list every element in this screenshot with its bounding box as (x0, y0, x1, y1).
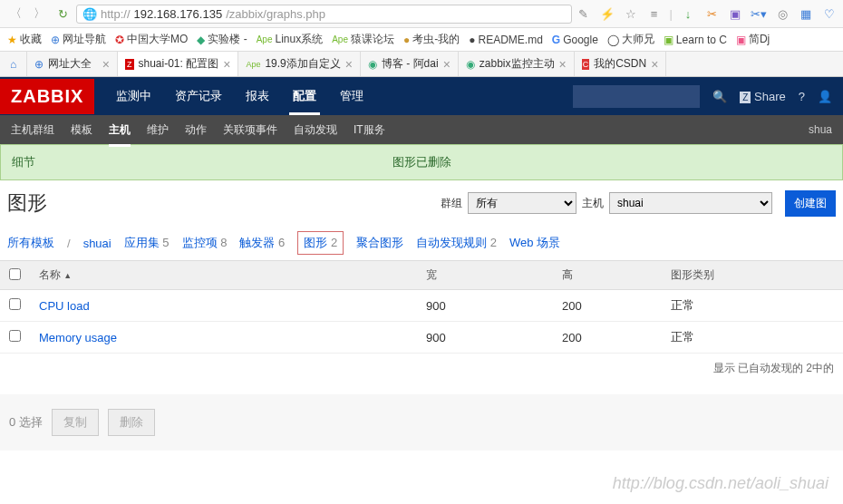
graph-link[interactable]: Memory usage (39, 331, 117, 344)
object-tabs: 所有模板 / shuai 应用集 5 监控项 8 触发器 6 图形 2 聚合图形… (0, 226, 843, 260)
tab-home[interactable]: ⌂ (0, 52, 27, 76)
back-button[interactable]: 〈 (5, 4, 25, 24)
col-name[interactable]: 名称 ▲ (30, 261, 417, 290)
action-bar: 0 选择 复制 删除 (0, 394, 843, 451)
notice-details[interactable]: 细节 (12, 154, 392, 170)
close-icon[interactable]: × (443, 57, 451, 72)
page-header-row: 图形 群组 所有 主机 shuai 创建图 (0, 180, 843, 226)
subnav-hostgroups[interactable]: 主机群组 (11, 122, 54, 138)
topnav-config[interactable]: 配置 (289, 77, 320, 115)
tab-3[interactable]: ◉博客 - 阿dai× (361, 52, 459, 76)
filter-group-select[interactable]: 所有 (468, 192, 577, 214)
bookmark-3[interactable]: ◆实验楼 - (197, 32, 247, 47)
tab-apps[interactable]: 应用集 (124, 236, 160, 249)
bookmark-9[interactable]: ◯大师兄 (607, 32, 654, 47)
copy-button[interactable]: 复制 (52, 409, 99, 436)
search-icon[interactable]: 🔍 (712, 90, 727, 103)
cell-height: 200 (553, 290, 662, 322)
link-host[interactable]: shuai (83, 237, 111, 250)
topnav-monitor[interactable]: 监测中 (112, 77, 155, 115)
topnav-reports[interactable]: 报表 (242, 77, 273, 115)
bookmark-7[interactable]: ●README.md (469, 34, 543, 46)
subnav-discovery[interactable]: 自动发现 (294, 122, 337, 138)
broom-icon[interactable]: ✂ (703, 7, 720, 21)
forward-button[interactable]: 〉 (29, 4, 49, 24)
table-row: CPU load 900 200 正常 (0, 290, 843, 322)
bookmark-5[interactable]: Ape猿课论坛 (332, 32, 394, 47)
cell-type: 正常 (662, 290, 843, 322)
browser-tabs: ⌂ ⊕网址大全× Zshuai-01: 配置图× Ape19.9添加自定义× ◉… (0, 52, 843, 77)
flash-icon[interactable]: ⚡ (599, 7, 615, 21)
bookmark-fav[interactable]: ★收藏 (7, 32, 42, 47)
sort-asc-icon: ▲ (63, 271, 72, 280)
tab-5[interactable]: C我的CSDN× (575, 52, 667, 76)
target-icon[interactable]: ◎ (774, 7, 790, 21)
page-title: 图形 (7, 189, 441, 217)
star-icon[interactable]: ☆ (623, 7, 639, 21)
tab-4[interactable]: ◉zabbix监控主动× (459, 52, 575, 76)
tab-0[interactable]: ⊕网址大全× (27, 52, 118, 76)
subnav-hosts[interactable]: 主机 (109, 113, 131, 147)
bookmark-4[interactable]: ApeLinux系统 (257, 32, 323, 47)
close-icon[interactable]: × (345, 57, 353, 72)
bookmark-11[interactable]: ▣简Dj (736, 32, 770, 47)
col-width[interactable]: 宽 (417, 261, 553, 290)
app-icon-1[interactable]: ▦ (798, 7, 814, 21)
close-icon[interactable]: × (651, 57, 658, 72)
reload-button[interactable]: ↻ (53, 4, 73, 24)
close-icon[interactable]: × (102, 57, 110, 72)
help-icon[interactable]: ? (799, 90, 805, 103)
user-icon[interactable]: 👤 (818, 90, 832, 103)
menu-icon[interactable]: ≡ (646, 7, 663, 21)
graph-link[interactable]: CPU load (39, 299, 90, 313)
tab-1[interactable]: Zshuai-01: 配置图× (118, 52, 238, 76)
clipboard-icon[interactable]: ▣ (727, 7, 743, 21)
tab-graphs[interactable]: 图形 (304, 236, 327, 249)
topnav-inventory[interactable]: 资产记录 (171, 77, 226, 115)
link-all-templates[interactable]: 所有模板 (7, 235, 54, 251)
url-bar[interactable]: 🌐 http://192.168.176.135/zabbix/graphs.p… (76, 5, 572, 24)
cell-width: 900 (417, 322, 553, 354)
filter-host-label: 主机 (582, 196, 604, 211)
subnav-correlation[interactable]: 关联项事件 (223, 122, 277, 138)
col-type[interactable]: 图形类别 (662, 261, 843, 290)
tab-triggers[interactable]: 触发器 (239, 236, 275, 249)
topnav-admin[interactable]: 管理 (336, 77, 367, 115)
url-path: /zabbix/graphs.php (226, 7, 325, 21)
graphs-table: 名称 ▲ 宽 高 图形类别 CPU load 900 200 正常 Memory… (0, 260, 843, 354)
col-height[interactable]: 高 (553, 261, 662, 290)
subnav-maintenance[interactable]: 维护 (147, 122, 169, 138)
wand-icon[interactable]: ✎ (576, 7, 592, 21)
selected-count: 0 选择 (9, 414, 43, 431)
tab-items[interactable]: 监控项 (182, 236, 218, 249)
tab-screens[interactable]: 聚合图形 (356, 236, 403, 249)
subnav-actions[interactable]: 动作 (185, 122, 207, 138)
delete-button[interactable]: 删除 (108, 409, 155, 436)
select-all-checkbox[interactable] (9, 268, 21, 280)
close-icon[interactable]: × (559, 57, 567, 72)
tab-web[interactable]: Web 场景 (509, 236, 560, 249)
bookmark-1[interactable]: ⊕网址导航 (51, 32, 106, 47)
tab-2[interactable]: Ape19.9添加自定义× (238, 52, 361, 76)
shield-icon[interactable]: ♡ (821, 7, 838, 21)
close-icon[interactable]: × (223, 57, 230, 72)
search-input[interactable] (573, 85, 700, 108)
row-checkbox[interactable] (9, 298, 21, 310)
subnav-itservices[interactable]: IT服务 (354, 122, 385, 138)
top-nav: 监测中 资产记录 报表 配置 管理 (94, 77, 573, 115)
share-button[interactable]: Z Share (740, 90, 785, 103)
subnav-right: shua (809, 123, 832, 136)
table-row: Memory usage 900 200 正常 (0, 322, 843, 354)
bookmark-2[interactable]: ✪中国大学MO (115, 32, 188, 47)
scissors-icon[interactable]: ✂▾ (751, 7, 767, 21)
bookmark-8[interactable]: GGoogle (552, 34, 598, 46)
row-checkbox[interactable] (9, 330, 21, 342)
bookmark-6[interactable]: ●考虫-我的 (403, 32, 460, 47)
download-icon[interactable]: ↓ (680, 7, 696, 21)
filter-host-select[interactable]: shuai (609, 192, 772, 214)
tab-discovery[interactable]: 自动发现规则 (416, 236, 487, 249)
create-graph-button[interactable]: 创建图 (785, 190, 836, 217)
bookmark-10[interactable]: ▣Learn to C (664, 34, 727, 46)
zabbix-logo[interactable]: ZABBIX (0, 79, 94, 114)
subnav-templates[interactable]: 模板 (71, 122, 92, 138)
